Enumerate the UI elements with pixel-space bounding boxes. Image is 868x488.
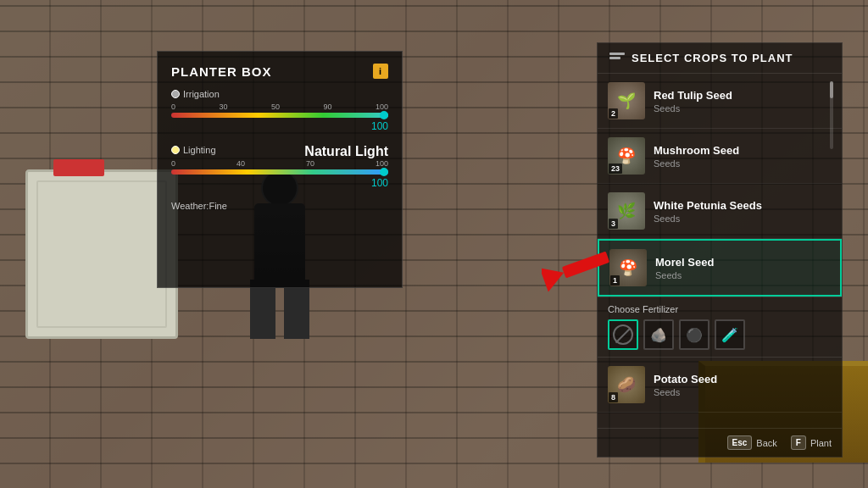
crop-name: Potato Seed <box>654 373 832 385</box>
irrigation-slider[interactable] <box>171 113 388 118</box>
crop-info-potato: Potato Seed Seeds <box>654 373 832 397</box>
info-icon[interactable]: i <box>373 64 388 79</box>
keybind-esc: Esc Back <box>727 435 777 450</box>
panel-title: PLANTER BOX i <box>171 64 388 79</box>
crop-thumb-potato: 🥔 8 <box>608 366 645 403</box>
ibc-container <box>25 169 178 339</box>
fertilizer-bag[interactable]: 🧪 <box>715 319 745 350</box>
crop-name: Mushroom Seed <box>654 144 832 157</box>
crops-icon-line2 <box>609 57 620 59</box>
fertilizer-bag-icon: 🧪 <box>721 327 738 343</box>
crop-type: Seeds <box>654 103 832 114</box>
crops-icon <box>609 53 625 64</box>
crop-item-potato[interactable]: 🥔 8 Potato Seed Seeds <box>598 358 842 413</box>
fertilizer-label: Choose Fertilizer <box>608 304 832 314</box>
crop-badge: 3 <box>609 219 618 229</box>
svg-marker-1 <box>542 261 568 292</box>
keybind-f: F Plant <box>791 435 832 450</box>
crop-badge: 8 <box>609 392 618 402</box>
crop-info-morel: Morel Seed Seeds <box>655 256 830 280</box>
crop-name: Red Tulip Seed <box>654 89 832 102</box>
lighting-label: Lighting <box>171 145 216 155</box>
crops-title: SELECT CROPS TO PLANT <box>598 43 842 74</box>
crops-icon-line1 <box>609 53 625 55</box>
fertilizer-soil2-icon: ⚫ <box>686 327 703 343</box>
crop-thumb-red-tulip: 🌱 2 <box>608 82 645 119</box>
irrigation-section: Irrigation 0 30 50 90 100 100 <box>171 89 388 132</box>
irrigation-icon <box>171 90 180 98</box>
fertilizer-soil1-icon: 🪨 <box>650 327 667 343</box>
fertilizer-section: Choose Fertilizer 🪨 ⚫ 🧪 <box>598 297 842 358</box>
fertilizer-soil2[interactable]: ⚫ <box>679 319 709 350</box>
lighting-thumb <box>380 168 388 176</box>
lighting-mode: Natural Light <box>304 144 388 159</box>
lighting-value: 100 <box>171 177 388 189</box>
crop-type: Seeds <box>654 387 832 397</box>
f-key: F <box>791 435 806 450</box>
container-cap <box>53 159 104 176</box>
crop-info-mushroom: Mushroom Seed Seeds <box>654 144 832 169</box>
container-lines <box>36 180 167 328</box>
esc-key: Esc <box>727 435 753 450</box>
lighting-section: Lighting Natural Light 0 40 70 100 100 <box>171 144 388 189</box>
irrigation-value: 100 <box>171 120 388 132</box>
irrigation-markers: 0 30 50 90 100 <box>171 103 388 111</box>
crop-type: Seeds <box>654 214 832 224</box>
lighting-slider[interactable] <box>171 169 388 175</box>
crops-title-text: SELECT CROPS TO PLANT <box>632 52 793 64</box>
irrigation-thumb <box>380 111 388 119</box>
svg-rect-0 <box>562 251 609 278</box>
irrigation-label: Irrigation <box>171 89 388 99</box>
lighting-icon <box>171 146 180 154</box>
crop-type: Seeds <box>655 270 830 280</box>
crop-item-red-tulip[interactable]: 🌱 2 Red Tulip Seed Seeds <box>598 74 842 129</box>
red-arrow <box>542 237 618 297</box>
crop-name: Morel Seed <box>655 256 830 269</box>
fertilizer-items: 🪨 ⚫ 🧪 <box>608 319 832 350</box>
crop-item-petunia[interactable]: 🌿 3 White Petunia Seeds Seeds <box>598 184 842 239</box>
lighting-markers: 0 40 70 100 <box>171 159 388 168</box>
weather-status: Weather:Fine <box>171 201 388 211</box>
crop-item-mushroom[interactable]: 🍄 23 Mushroom Seed Seeds <box>598 129 842 184</box>
f-action: Plant <box>810 438 832 448</box>
fertilizer-soil1[interactable]: 🪨 <box>643 319 674 350</box>
crop-badge: 2 <box>609 108 618 119</box>
panel-title-text: PLANTER BOX <box>171 64 272 79</box>
keybinds: Esc Back F Plant <box>598 428 842 457</box>
esc-action: Back <box>756 438 776 448</box>
crop-item-morel[interactable]: 🍄 1 Morel Seed Seeds <box>598 239 842 297</box>
lighting-header: Lighting Natural Light <box>171 144 388 159</box>
crop-info-red-tulip: Red Tulip Seed Seeds <box>654 89 832 114</box>
crop-thumb-mushroom: 🍄 23 <box>608 137 645 175</box>
crops-panel: SELECT CROPS TO PLANT 🌱 2 Red Tulip Seed… <box>597 42 843 458</box>
planter-panel: PLANTER BOX i Irrigation 0 30 50 90 100 … <box>157 51 403 288</box>
crop-badge: 23 <box>609 164 622 174</box>
crop-list: 🌱 2 Red Tulip Seed Seeds 🍄 23 Mushroom S… <box>598 74 842 428</box>
crop-name: White Petunia Seeds <box>654 199 832 212</box>
crop-type: Seeds <box>654 158 832 169</box>
crop-info-petunia: White Petunia Seeds Seeds <box>654 199 832 224</box>
char-legs-left <box>250 280 275 339</box>
fertilizer-none[interactable] <box>608 319 638 350</box>
no-fertilizer-icon <box>613 324 633 345</box>
char-legs-right <box>284 280 309 339</box>
crop-thumb-petunia: 🌿 3 <box>608 192 645 230</box>
